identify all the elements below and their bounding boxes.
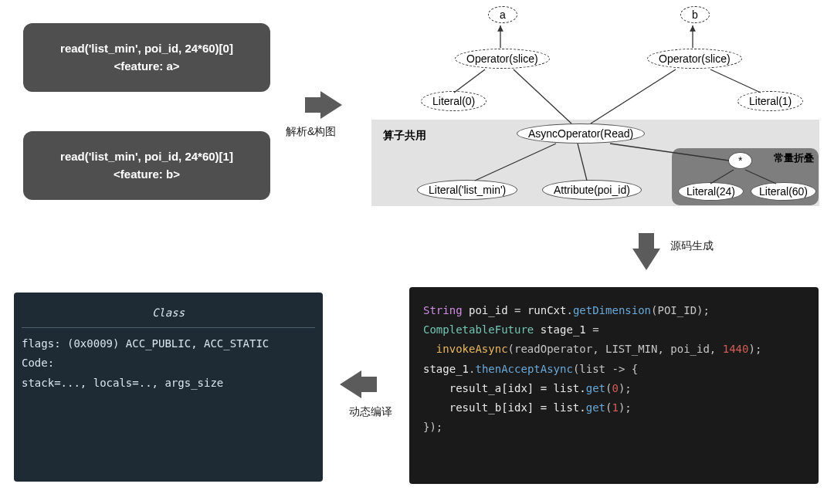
svg-line-9 — [710, 170, 734, 184]
arrow-compile — [340, 370, 361, 398]
svg-line-3 — [514, 69, 571, 123]
gencode-l4: stage_1.thenAcceptAsync(list -> { — [423, 360, 805, 379]
gencode-l2: CompletableFuture stage_1 = — [423, 320, 805, 340]
kw-string: String — [423, 304, 463, 316]
generated-code: String poi_id = runCxt.getDimension(POI_… — [409, 287, 819, 484]
class-l2: Code: — [22, 353, 315, 373]
label-generate: 源码生成 — [670, 239, 714, 253]
svg-line-10 — [745, 170, 776, 184]
class-l3: stack=..., locals=.., args_size — [22, 374, 315, 393]
gencode-l7: }); — [423, 418, 805, 437]
gencode-l3: invokeAsync(readOperator, LIST_MIN, poi_… — [423, 340, 805, 359]
class-title: Class — [22, 303, 315, 328]
tree-edges — [0, 0, 834, 232]
svg-line-4 — [710, 69, 761, 93]
gencode-l1: String poi_id = runCxt.getDimension(POI_… — [423, 301, 805, 320]
svg-line-5 — [591, 69, 676, 123]
svg-line-8 — [610, 144, 729, 161]
gencode-l6: result_b[idx] = list.get(1); — [423, 398, 805, 418]
arrow-generate — [632, 249, 660, 270]
class-code: Class flags: (0x0009) ACC_PUBLIC, ACC_ST… — [14, 293, 323, 482]
gencode-l5: result_a[idx] = list.get(0); — [423, 379, 805, 398]
svg-line-6 — [475, 144, 556, 181]
label-compile: 动态编译 — [349, 405, 392, 419]
svg-line-2 — [454, 69, 485, 93]
class-l1: flags: (0x0009) ACC_PUBLIC, ACC_STATIC — [22, 334, 315, 353]
svg-line-7 — [578, 144, 587, 181]
